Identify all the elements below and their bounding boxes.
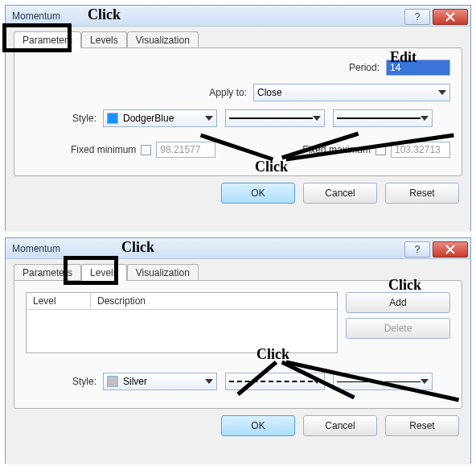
style-label: Style:	[26, 376, 103, 387]
chevron-down-icon	[313, 116, 321, 121]
style-color-value: Silver	[123, 376, 147, 387]
apply-to-label: Apply to:	[209, 87, 253, 98]
chevron-down-icon	[313, 379, 321, 384]
tabstrip: Parameters Levels Visualization	[14, 264, 462, 281]
col-level: Level	[27, 293, 91, 309]
close-button[interactable]	[433, 241, 468, 258]
dialog-buttons: OK Cancel Reset	[14, 176, 462, 207]
fixed-maximum-label: Fixed maximum	[302, 144, 371, 155]
fixed-minimum-input[interactable]	[156, 142, 215, 158]
line-width-preview	[337, 117, 421, 119]
tab-parameters[interactable]: Parameters	[14, 264, 81, 281]
delete-button[interactable]: Delete	[346, 318, 450, 339]
add-button[interactable]: Add	[346, 292, 450, 313]
parameters-panel: Period: Apply to: Close Style: DodgerBlu…	[14, 47, 462, 176]
chevron-down-icon	[421, 379, 429, 384]
momentum-dialog-levels: Momentum Click Click Click Parameters Le…	[5, 237, 471, 464]
help-button[interactable]	[404, 9, 430, 25]
tab-parameters[interactable]: Parameters	[14, 31, 81, 48]
style-color-select[interactable]: DodgerBlue	[103, 109, 217, 127]
reset-button[interactable]: Reset	[385, 183, 459, 204]
chevron-down-icon	[421, 116, 429, 121]
tab-visualization[interactable]: Visualization	[127, 264, 199, 281]
style-color-select[interactable]: Silver	[103, 373, 217, 390]
dialog-title: Momentum	[12, 10, 404, 22]
period-label: Period:	[349, 62, 386, 73]
fixed-minimum-checkbox[interactable]	[141, 145, 151, 155]
line-width-select[interactable]	[333, 373, 433, 390]
ok-button[interactable]: OK	[221, 183, 295, 204]
levels-side-buttons: Add Delete	[346, 292, 450, 344]
tab-visualization[interactable]: Visualization	[127, 31, 199, 48]
style-label: Style:	[26, 113, 103, 124]
titlebar[interactable]: Momentum	[6, 6, 470, 27]
titlebar[interactable]: Momentum	[6, 238, 470, 259]
line-width-select[interactable]	[333, 109, 433, 127]
col-description: Description	[91, 293, 337, 309]
chevron-down-icon	[438, 90, 446, 95]
ok-button[interactable]: OK	[221, 415, 295, 436]
cancel-button[interactable]: Cancel	[303, 183, 377, 204]
chevron-down-icon	[205, 379, 213, 384]
color-swatch	[107, 376, 118, 387]
apply-to-value: Close	[257, 87, 282, 98]
line-width-preview	[337, 381, 421, 382]
levels-panel: Level Description Add Delete Style: Silv…	[14, 280, 462, 409]
line-style-select[interactable]	[225, 109, 325, 127]
dialog-buttons: OK Cancel Reset	[14, 409, 462, 439]
levels-table[interactable]: Level Description	[26, 292, 338, 353]
reset-button[interactable]: Reset	[385, 415, 459, 436]
line-style-preview	[229, 381, 313, 382]
style-color-value: DodgerBlue	[123, 113, 174, 124]
fixed-minimum-label: Fixed minimum	[71, 144, 136, 155]
fixed-maximum-input[interactable]	[391, 142, 450, 158]
apply-to-select[interactable]: Close	[253, 84, 450, 101]
cancel-button[interactable]: Cancel	[303, 415, 377, 436]
line-style-select[interactable]	[225, 373, 325, 390]
help-button[interactable]	[404, 241, 430, 258]
period-input[interactable]	[386, 60, 450, 76]
color-swatch	[107, 113, 118, 124]
line-style-preview	[229, 117, 313, 119]
fixed-maximum-checkbox[interactable]	[375, 145, 386, 155]
tabstrip: Parameters Levels Visualization	[14, 31, 462, 48]
tab-levels[interactable]: Levels	[81, 264, 127, 281]
tab-levels[interactable]: Levels	[81, 31, 127, 48]
chevron-down-icon	[205, 116, 213, 121]
close-button[interactable]	[433, 9, 468, 25]
dialog-title: Momentum	[12, 243, 404, 254]
momentum-dialog-parameters: Momentum Click Edit Click Parameters Lev…	[5, 5, 471, 231]
